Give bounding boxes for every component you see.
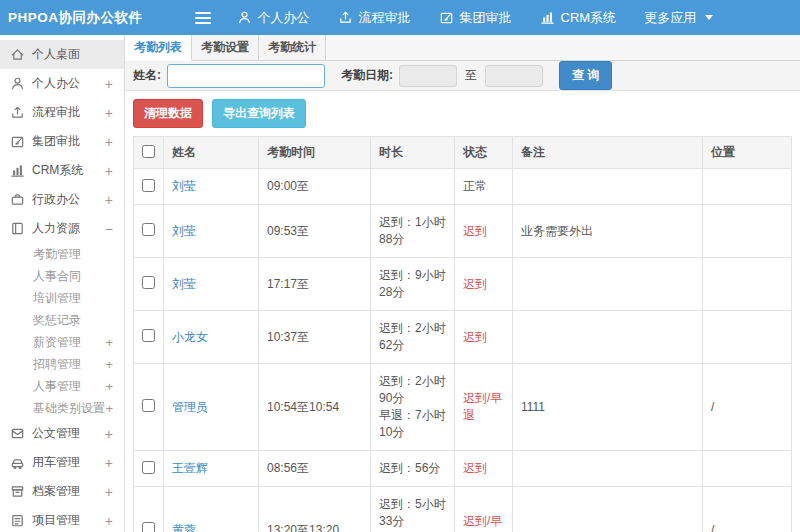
sidebar-item-archive-mgmt[interactable]: 档案管理+	[0, 477, 124, 506]
name-search-input[interactable]	[167, 64, 325, 88]
cell-duration	[371, 169, 455, 205]
sidebar-item-group-approval[interactable]: 集团审批+	[0, 127, 124, 156]
expand-plus-icon[interactable]: +	[105, 358, 113, 371]
row-checkbox[interactable]	[142, 522, 155, 532]
cell-duration: 迟到：1小时88分	[371, 205, 455, 258]
sidebar-item-label: 行政办公	[32, 191, 80, 208]
date-from-input[interactable]	[399, 65, 457, 87]
sidebar-item-project-mgmt[interactable]: 项目管理+	[0, 506, 124, 532]
sidebar-item-personal-desktop[interactable]: 个人桌面	[0, 40, 124, 69]
row-checkbox[interactable]	[142, 223, 155, 236]
cell-time: 08:56至	[259, 451, 371, 487]
cell-name: 小龙女	[164, 311, 259, 364]
expand-plus-icon[interactable]: +	[105, 456, 113, 470]
date-to-input[interactable]	[485, 65, 543, 87]
sidebar-item-human-resources[interactable]: 人力资源−	[0, 214, 124, 243]
row-checkbox[interactable]	[142, 461, 155, 474]
sidebar-subitem-attendance-mgmt[interactable]: 考勤管理	[0, 243, 124, 265]
cell-location: /	[703, 364, 792, 451]
nav-item-more-apps[interactable]: 更多应用	[644, 9, 713, 27]
sidebar-subitem-salary-mgmt[interactable]: 薪资管理+	[0, 331, 124, 353]
sidebar-subitem-base-category-settings[interactable]: 基础类别设置+	[0, 397, 124, 419]
sidebar-subitem-recruitment-mgmt[interactable]: 招聘管理+	[0, 353, 124, 375]
table-row: 刘莹17:17至迟到：9小时28分迟到	[134, 258, 792, 311]
row-checkbox-cell	[134, 169, 164, 205]
sidebar-subitem-label: 人事管理	[33, 378, 81, 395]
approval-icon	[10, 134, 25, 149]
attendance-time: 13:20至13:20	[267, 523, 339, 532]
sidebar-item-admin-office[interactable]: 行政办公+	[0, 185, 124, 214]
sidebar-subitem-hr-contract[interactable]: 人事合同	[0, 265, 124, 287]
table-row: 刘莹09:53至迟到：1小时88分迟到业务需要外出	[134, 205, 792, 258]
row-checkbox[interactable]	[142, 329, 155, 342]
employee-name-link[interactable]: 黄蓉	[172, 523, 196, 532]
row-checkbox[interactable]	[142, 399, 155, 412]
attendance-time: 08:56至	[267, 461, 309, 475]
employee-name-link[interactable]: 管理员	[172, 400, 208, 414]
nav-item-group-approval[interactable]: 集团审批	[439, 9, 512, 27]
employee-name-link[interactable]: 小龙女	[172, 330, 208, 344]
row-checkbox-cell	[134, 311, 164, 364]
nav-item-crm-system[interactable]: CRM系统	[540, 9, 617, 27]
expand-plus-icon[interactable]: +	[105, 336, 113, 349]
cell-status: 迟到	[455, 451, 513, 487]
status-badge: 迟到	[463, 277, 487, 291]
sidebar-item-document-mgmt[interactable]: 公文管理+	[0, 419, 124, 448]
expand-plus-icon[interactable]: +	[105, 402, 113, 415]
attendance-time: 10:37至	[267, 330, 309, 344]
expand-plus-icon[interactable]: +	[105, 135, 113, 149]
nav-item-label: CRM系统	[561, 9, 617, 27]
tab-attendance-stats[interactable]: 考勤统计	[259, 35, 326, 60]
nav-item-personal-office[interactable]: 个人办公	[237, 9, 310, 27]
select-all-checkbox[interactable]	[142, 145, 155, 158]
expand-plus-icon[interactable]: +	[105, 164, 113, 178]
employee-name-link[interactable]: 王壹辉	[172, 461, 208, 475]
expand-plus-icon[interactable]: +	[105, 380, 113, 393]
nav-item-workflow-approval[interactable]: 流程审批	[338, 9, 411, 27]
employee-name-link[interactable]: 刘莹	[172, 224, 196, 238]
expand-plus-icon[interactable]: +	[105, 427, 113, 441]
main-layout: 个人桌面个人办公+流程审批+集团审批+CRM系统+行政办公+人力资源−考勤管理人…	[0, 35, 800, 532]
clean-data-button[interactable]: 清理数据	[133, 99, 203, 128]
cell-remark: 业务需要外出	[513, 205, 703, 258]
row-checkbox[interactable]	[142, 276, 155, 289]
export-list-button[interactable]: 导出查询列表	[212, 99, 306, 128]
sidebar-subitem-training-mgmt[interactable]: 培训管理	[0, 287, 124, 309]
tab-attendance-list[interactable]: 考勤列表	[125, 35, 192, 61]
employee-name-link[interactable]: 刘莹	[172, 179, 196, 193]
expand-plus-icon[interactable]: +	[105, 514, 113, 528]
sidebar-item-crm-system[interactable]: CRM系统+	[0, 156, 124, 185]
cell-time: 09:53至	[259, 205, 371, 258]
tab-attendance-settings[interactable]: 考勤设置	[192, 35, 259, 60]
sidebar-item-label: 集团审批	[32, 133, 80, 150]
expand-plus-icon[interactable]: +	[105, 106, 113, 120]
remark-text: 1111	[521, 400, 545, 414]
approval-icon	[439, 10, 454, 25]
sidebar-item-vehicle-mgmt[interactable]: 用车管理+	[0, 448, 124, 477]
sidebar: 个人桌面个人办公+流程审批+集团审批+CRM系统+行政办公+人力资源−考勤管理人…	[0, 35, 125, 532]
sidebar-item-personal-office[interactable]: 个人办公+	[0, 69, 124, 98]
expand-plus-icon[interactable]: +	[105, 485, 113, 499]
row-checkbox-cell	[134, 451, 164, 487]
duration-line: 早退：7小时10分	[379, 407, 446, 441]
col-header-time: 考勤时间	[259, 137, 371, 169]
nav-item-label: 集团审批	[460, 9, 512, 27]
sidebar-subitem-personnel-mgmt[interactable]: 人事管理+	[0, 375, 124, 397]
hamburger-menu-icon[interactable]	[195, 12, 211, 24]
briefcase-icon	[10, 192, 25, 207]
car-icon	[10, 455, 25, 470]
cell-status: 迟到	[455, 205, 513, 258]
status-badge: 迟到/早退	[463, 514, 502, 532]
expand-plus-icon[interactable]: +	[105, 193, 113, 207]
sidebar-subitem-reward-punishment[interactable]: 奖惩记录	[0, 309, 124, 331]
row-checkbox[interactable]	[142, 179, 155, 192]
cell-time: 17:17至	[259, 258, 371, 311]
query-button[interactable]: 查 询	[559, 61, 612, 90]
employee-name-link[interactable]: 刘莹	[172, 277, 196, 291]
collapse-minus-icon[interactable]: −	[105, 222, 113, 236]
attendance-time: 09:00至	[267, 179, 309, 193]
col-header-duration: 时长	[371, 137, 455, 169]
sidebar-item-workflow-approval[interactable]: 流程审批+	[0, 98, 124, 127]
attendance-time: 09:53至	[267, 224, 309, 238]
expand-plus-icon[interactable]: +	[105, 77, 113, 91]
